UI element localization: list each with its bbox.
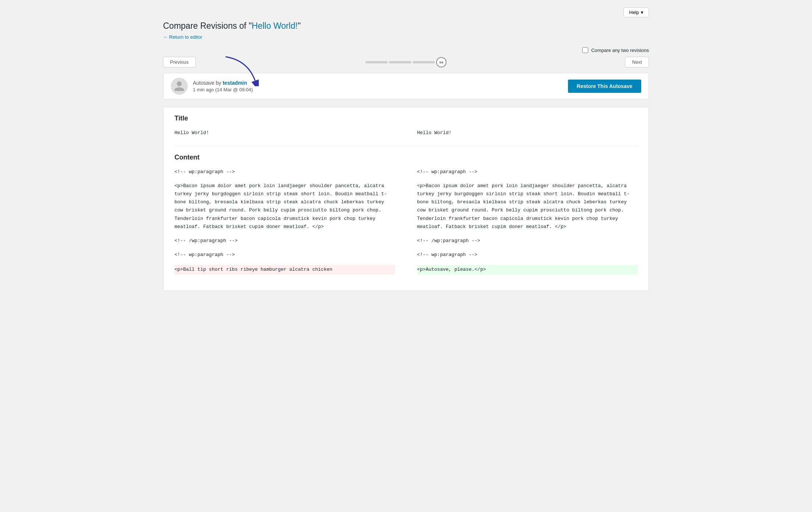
slider-handle[interactable]: ⇔: [436, 57, 446, 67]
avatar: [171, 78, 188, 95]
left-title-text: Hello World!: [174, 129, 395, 137]
help-button[interactable]: Help ▾: [624, 7, 649, 17]
compare-two-revisions-label: Compare any two revisions: [591, 48, 649, 53]
revision-author-bar: Autosave by testadmin 1 min ago (14 Mar …: [163, 73, 649, 99]
right-content-col: <!-- wp:paragraph --> <p>Bacon ipsum dol…: [406, 168, 638, 274]
content-section-header: Content: [174, 154, 638, 161]
content-diff-columns: <!-- wp:paragraph --> <p>Bacon ipsum dol…: [174, 168, 638, 274]
right-title-text: Hello World!: [417, 129, 638, 137]
section-divider: [174, 146, 638, 146]
right-comment2: <!-- wp:paragraph -->: [417, 251, 638, 259]
slider-segment: [389, 61, 411, 63]
left-para1: <p>Bacon ipsum dolor amet pork loin land…: [174, 182, 395, 231]
right-comment-close1: <!-- /wp:paragraph -->: [417, 237, 638, 245]
left-comment-close1: <!-- /wp:paragraph -->: [174, 237, 395, 245]
title-diff-columns: Hello World! Hello World!: [174, 129, 638, 137]
right-para2: <p>Autosave, please.</p>: [417, 265, 638, 274]
revision-slider[interactable]: ⇔: [366, 57, 446, 67]
left-comment2: <!-- wp:paragraph -->: [174, 251, 395, 259]
post-title-link[interactable]: Hello World!: [252, 21, 298, 31]
left-para2: <p>Ball tip short ribs ribeye hamburger …: [174, 265, 395, 274]
slider-segment: [366, 61, 388, 63]
return-to-editor-link[interactable]: ← Return to editor: [163, 34, 202, 40]
left-title-col: Hello World!: [174, 129, 406, 137]
title-section-header: Title: [174, 115, 638, 122]
author-info: Autosave by testadmin 1 min ago (14 Mar …: [171, 78, 253, 95]
restore-autosave-button[interactable]: Restore This Autosave: [568, 80, 641, 93]
left-comment1: <!-- wp:paragraph -->: [174, 168, 395, 176]
autosave-label: Autosave by testadmin: [193, 80, 253, 86]
chevron-down-icon: ▾: [641, 10, 643, 15]
right-title-col: Hello World!: [406, 129, 638, 137]
left-content-col: <!-- wp:paragraph --> <p>Bacon ipsum dol…: [174, 168, 406, 274]
help-button-label: Help: [629, 10, 639, 15]
navigation-row: Previous ⇔ Next: [163, 57, 649, 67]
diff-area: Title Hello World! Hello World! Content …: [163, 107, 649, 291]
previous-button[interactable]: Previous: [163, 57, 196, 67]
next-button[interactable]: Next: [625, 57, 649, 67]
slider-segment: [413, 61, 435, 63]
page-title: Compare Revisions of "Hello World!": [163, 21, 649, 31]
author-link[interactable]: testadmin: [223, 80, 247, 86]
revision-time: 1 min ago (14 Mar @ 09:04): [193, 87, 253, 92]
right-comment1: <!-- wp:paragraph -->: [417, 168, 638, 176]
right-para1: <p>Bacon ipsum dolor amet pork loin land…: [417, 182, 638, 231]
compare-two-revisions-checkbox[interactable]: [582, 47, 588, 53]
